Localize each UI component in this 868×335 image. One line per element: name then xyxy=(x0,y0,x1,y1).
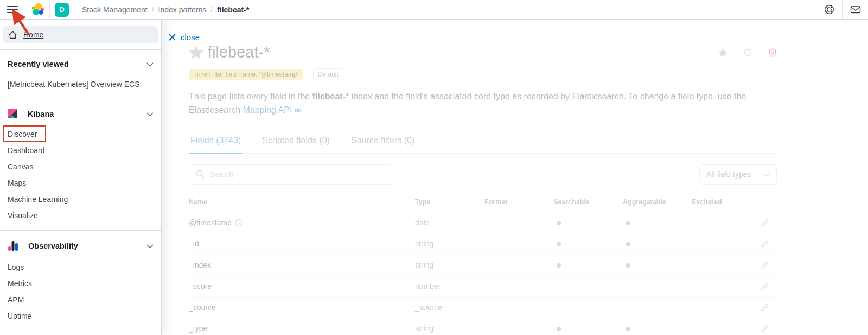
sidebar-item-logs[interactable]: Logs xyxy=(0,259,161,275)
observability-logo-icon xyxy=(8,240,18,252)
edit-field-button[interactable] xyxy=(761,282,769,290)
tab-source-filters[interactable]: Source filters (0) xyxy=(349,130,416,153)
sidebar-item-label: Home xyxy=(23,30,43,39)
tab-fields[interactable]: Fields (3743) xyxy=(189,130,242,154)
field-excluded xyxy=(692,212,761,233)
aggregatable-dot xyxy=(626,242,630,246)
field-excluded xyxy=(692,233,761,255)
field-format xyxy=(484,276,553,297)
refresh-button[interactable] xyxy=(743,48,752,57)
recent-item-metricbeat-overview[interactable]: [Metricbeat Kubernetes] Overview ECS xyxy=(0,76,161,92)
field-format xyxy=(484,233,553,255)
field-name: _id xyxy=(189,233,415,255)
chevron-down-icon[interactable] xyxy=(146,109,154,119)
field-search xyxy=(189,164,392,185)
page-title: filebeat-* xyxy=(208,43,270,61)
col-header-type: Type xyxy=(415,193,484,212)
time-filter-badge: Time Filter field name: '@timestamp' xyxy=(189,69,303,80)
table-row: _index string xyxy=(189,255,777,276)
breadcrumb-index-patterns[interactable]: Index patterns xyxy=(158,5,207,14)
searchable-dot xyxy=(557,221,561,225)
breadcrumb-separator: / xyxy=(210,5,213,14)
col-header-format: Format xyxy=(484,193,553,212)
sidebar-item-home[interactable]: Home xyxy=(3,26,158,43)
sidebar-item-apm[interactable]: APM xyxy=(0,292,161,308)
field-type: string xyxy=(415,233,484,255)
field-format xyxy=(484,297,553,318)
hamburger-icon xyxy=(7,4,18,15)
field-type-filter[interactable]: All field types xyxy=(699,164,777,185)
col-header-name: Name xyxy=(189,193,415,212)
pencil-icon xyxy=(761,324,769,333)
col-header-searchable: Searchable xyxy=(553,193,623,212)
sidebar-item-machine-learning[interactable]: Machine Learning xyxy=(0,191,161,207)
field-excluded xyxy=(692,318,761,335)
field-format xyxy=(484,212,553,233)
sidebar-item-uptime[interactable]: Uptime xyxy=(0,308,161,324)
newsfeed-button[interactable] xyxy=(843,0,868,20)
edit-field-button[interactable] xyxy=(761,303,769,312)
tab-scripted-fields[interactable]: Scripted fields (0) xyxy=(260,130,331,153)
col-header-excluded: Excluded xyxy=(692,193,761,212)
close-button[interactable]: close xyxy=(169,33,200,42)
description-index-name: filebeat-* xyxy=(312,92,349,101)
field-name: _index xyxy=(189,255,415,276)
edit-field-button[interactable] xyxy=(761,239,769,248)
table-row: _id string xyxy=(189,233,777,255)
help-button[interactable] xyxy=(816,0,842,20)
trash-icon xyxy=(768,48,777,57)
mapping-api-link[interactable]: Mapping API xyxy=(243,105,292,115)
searchable-dot xyxy=(557,327,561,331)
sidebar-item-visualize[interactable]: Visualize xyxy=(0,207,161,224)
menu-button[interactable] xyxy=(0,0,25,20)
aggregatable-dot xyxy=(626,263,630,268)
elastic-logo[interactable] xyxy=(25,0,49,20)
recently-viewed-section: Recently viewed [Metricbeat Kubernetes] … xyxy=(0,50,161,99)
edit-field-button[interactable] xyxy=(761,261,769,269)
close-icon xyxy=(169,34,176,41)
sidebar-item-maps[interactable]: Maps xyxy=(0,175,161,191)
search-icon xyxy=(196,170,205,179)
home-icon xyxy=(8,30,17,40)
breadcrumb-separator: / xyxy=(152,5,154,14)
breadcrumb-current: filebeat-* xyxy=(217,5,249,14)
table-row: _score number xyxy=(189,276,777,297)
delete-button[interactable] xyxy=(768,48,777,57)
field-name: @timestamp xyxy=(189,218,232,227)
col-header-actions xyxy=(761,193,777,212)
mail-icon xyxy=(850,4,861,15)
edit-field-button[interactable] xyxy=(761,218,769,227)
space-avatar[interactable]: D xyxy=(55,3,69,17)
star-icon xyxy=(718,48,727,57)
field-excluded xyxy=(692,297,761,318)
sidebar-item-metrics[interactable]: Metrics xyxy=(0,275,161,292)
field-type: number xyxy=(415,276,484,297)
field-excluded xyxy=(692,276,761,297)
col-header-aggregatable: Aggregatable xyxy=(623,193,692,212)
top-bar: D Stack Management / Index patterns / fi… xyxy=(0,0,868,20)
table-header-row: Name Type Format Searchable Aggregatable… xyxy=(189,193,777,212)
chevron-down-icon[interactable] xyxy=(146,59,154,69)
topbar-actions xyxy=(816,0,868,20)
chevron-down-icon[interactable] xyxy=(146,241,154,251)
observability-section-title: Observability xyxy=(28,242,78,250)
table-row: @timestamp date xyxy=(189,212,777,233)
table-row: _source _source xyxy=(189,297,777,318)
chevron-down-icon xyxy=(763,170,770,179)
favorite-button[interactable] xyxy=(718,48,727,57)
breadcrumb-stack-management[interactable]: Stack Management xyxy=(82,5,148,14)
sidebar-item-discover[interactable]: Discover xyxy=(0,126,161,142)
external-link-icon xyxy=(295,107,302,114)
sidebar-item-dashboard[interactable]: Dashboard xyxy=(0,142,161,159)
search-input[interactable] xyxy=(209,170,385,179)
pencil-icon xyxy=(761,261,769,269)
breadcrumb: Stack Management / Index patterns / file… xyxy=(82,5,249,14)
field-aggregatable xyxy=(623,297,692,318)
sidebar-item-canvas[interactable]: Canvas xyxy=(0,159,161,175)
aggregatable-dot xyxy=(626,221,630,225)
recently-viewed-title: Recently viewed xyxy=(8,60,69,68)
field-type: string xyxy=(415,255,484,276)
edit-field-button[interactable] xyxy=(761,324,769,333)
kibana-section-title: Kibana xyxy=(28,110,54,118)
description-text: This page lists every field in the xyxy=(189,92,312,101)
